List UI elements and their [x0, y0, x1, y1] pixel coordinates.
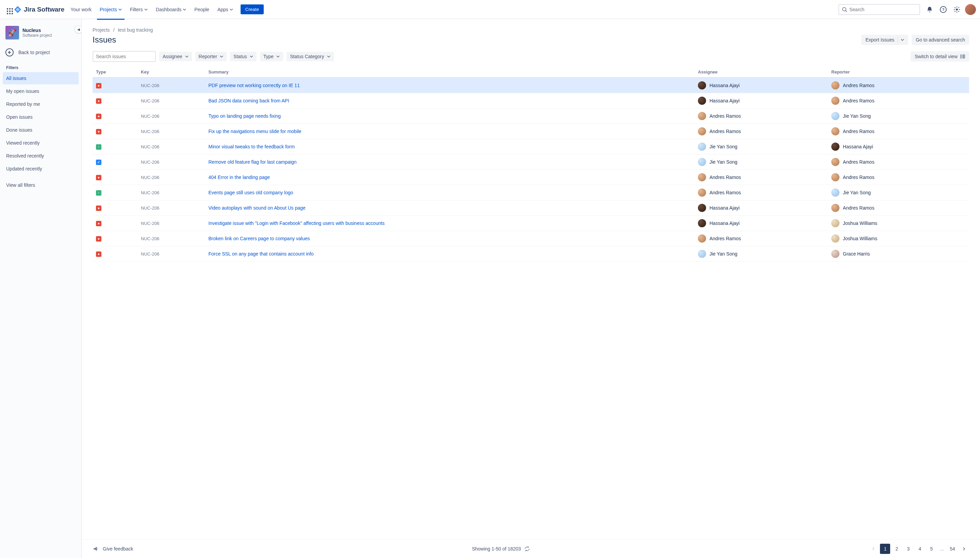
col-reporter[interactable]: Reporter [828, 67, 969, 77]
issue-summary-link[interactable]: Investigate issue with "Login with Faceb… [208, 220, 385, 226]
issue-key[interactable]: NUC-206 [138, 246, 205, 262]
filter-status[interactable]: Status [230, 52, 256, 61]
table-row[interactable]: ●NUC-206Fix up the navigations menu slid… [92, 124, 969, 139]
nav-filters[interactable]: Filters [126, 5, 151, 14]
app-switcher-icon[interactable] [4, 5, 12, 14]
profile-avatar[interactable] [965, 4, 976, 15]
reporter-cell[interactable]: Andres Ramos [831, 173, 966, 181]
global-search-input[interactable] [849, 7, 917, 12]
assignee-cell[interactable]: Hassana Ajayi [698, 204, 824, 212]
issue-summary-link[interactable]: Minor visual tweaks to the feedback form [208, 144, 295, 149]
filter-type[interactable]: Type [260, 52, 283, 61]
reporter-cell[interactable]: Jie Yan Song [831, 112, 966, 120]
issue-key[interactable]: NUC-206 [138, 185, 205, 200]
export-issues-button[interactable]: Export Issues [861, 35, 908, 45]
view-all-filters[interactable]: View all filters [3, 179, 79, 191]
nav-people[interactable]: People [191, 5, 213, 14]
issue-summary-link[interactable]: Remove old feature flag for last campaig… [208, 159, 297, 165]
reporter-cell[interactable]: Andres Ramos [831, 158, 966, 166]
sidebar-filter-item[interactable]: Open issues [3, 111, 79, 123]
nav-projects[interactable]: Projects [96, 5, 125, 14]
table-row[interactable]: ↑NUC-206Events page still uses old compa… [92, 185, 969, 200]
table-row[interactable]: ✓NUC-206Remove old feature flag for last… [92, 154, 969, 170]
page-next[interactable] [959, 544, 969, 554]
col-summary[interactable]: Summary [205, 67, 695, 77]
issue-key[interactable]: NUC-206 [138, 124, 205, 139]
table-row[interactable]: ●NUC-206Force SSL on any page that conta… [92, 246, 969, 262]
filter-status-category[interactable]: Status Category [287, 52, 333, 61]
sidebar-filter-item[interactable]: Resolved recently [3, 150, 79, 162]
reporter-cell[interactable]: Joshua Williams [831, 219, 966, 227]
assignee-cell[interactable]: Jie Yan Song [698, 250, 824, 258]
assignee-cell[interactable]: Jie Yan Song [698, 143, 824, 151]
create-button[interactable]: Create [241, 5, 264, 14]
assignee-cell[interactable]: Jie Yan Song [698, 158, 824, 166]
sidebar-filter-item[interactable]: Reported by me [3, 98, 79, 110]
page-last[interactable]: 54 [947, 544, 957, 554]
help-icon[interactable]: ? [938, 4, 949, 15]
refresh-icon[interactable] [524, 546, 530, 551]
issue-key[interactable]: NUC-206 [138, 200, 205, 216]
issue-summary-link[interactable]: Bad JSON data coming back from API [208, 98, 289, 103]
notifications-icon[interactable] [924, 4, 935, 15]
page-number[interactable]: 5 [926, 544, 936, 554]
reporter-cell[interactable]: Jie Yan Song [831, 189, 966, 197]
issue-summary-link[interactable]: Typo on landing page needs fixing [208, 113, 281, 119]
sidebar-filter-item[interactable]: Done issues [3, 124, 79, 136]
issue-key[interactable]: NUC-206 [138, 170, 205, 185]
reporter-cell[interactable]: Andres Ramos [831, 81, 966, 89]
table-row[interactable]: ●NUC-206404 Error in the landing pageAnd… [92, 170, 969, 185]
issue-summary-link[interactable]: PDF preview not working correctly on IE … [208, 83, 300, 88]
filter-reporter[interactable]: Reporter [195, 52, 227, 61]
page-number[interactable]: 3 [903, 544, 913, 554]
issue-summary-link[interactable]: Fix up the navigations menu slide for mo… [208, 129, 302, 134]
filter-assignee[interactable]: Assignee [159, 52, 192, 61]
col-type[interactable]: Type [92, 67, 138, 77]
issue-key[interactable]: NUC-206 [138, 108, 205, 124]
assignee-cell[interactable]: Hassana Ajayi [698, 219, 824, 227]
jira-logo[interactable]: Jira Software [14, 5, 64, 14]
table-row[interactable]: ●NUC-206Investigate issue with "Login wi… [92, 216, 969, 231]
breadcrumb-projects[interactable]: Projects [92, 27, 110, 33]
issue-summary-link[interactable]: Video autoplays with sound on About Us p… [208, 205, 305, 211]
assignee-cell[interactable]: Hassana Ajayi [698, 81, 824, 89]
issue-key[interactable]: NUC-206 [138, 231, 205, 246]
reporter-cell[interactable]: Andres Ramos [831, 127, 966, 135]
sidebar-filter-item[interactable]: Updated recently [3, 162, 79, 175]
advanced-search-button[interactable]: Go to advanced search [912, 35, 969, 45]
nav-dashboards[interactable]: Dashboards [153, 5, 190, 14]
breadcrumb-current[interactable]: test bug tracking [118, 27, 153, 33]
table-row[interactable]: ●NUC-206Bad JSON data coming back from A… [92, 93, 969, 108]
table-row[interactable]: ●NUC-206Broken link on Careers page to c… [92, 231, 969, 246]
sidebar-filter-item[interactable]: Viewed recently [3, 137, 79, 149]
issue-key[interactable]: NUC-206 [138, 154, 205, 170]
issue-key[interactable]: NUC-206 [138, 216, 205, 231]
assignee-cell[interactable]: Hassana Ajayi [698, 97, 824, 105]
col-key[interactable]: Key [138, 67, 205, 77]
page-number[interactable]: 2 [891, 544, 902, 554]
page-prev[interactable] [868, 544, 878, 554]
table-row[interactable]: ●NUC-206Video autoplays with sound on Ab… [92, 200, 969, 216]
issue-summary-link[interactable]: Force SSL on any page that contains acco… [208, 251, 314, 256]
switch-detail-view-button[interactable]: Switch to detail view [911, 51, 969, 62]
reporter-cell[interactable]: Grace Harris [831, 250, 966, 258]
table-row[interactable]: ●NUC-206PDF preview not working correctl… [92, 77, 969, 93]
sidebar-filter-item[interactable]: All issues [3, 72, 79, 84]
issue-summary-link[interactable]: Events page still uses old company logo [208, 190, 293, 195]
sidebar-collapse-icon[interactable]: ◀ [74, 25, 82, 33]
reporter-cell[interactable]: Andres Ramos [831, 97, 966, 105]
reporter-cell[interactable]: Hassana Ajayi [831, 143, 966, 151]
table-row[interactable]: ↑NUC-206Minor visual tweaks to the feedb… [92, 139, 969, 154]
settings-icon[interactable] [951, 4, 962, 15]
issue-key[interactable]: NUC-206 [138, 139, 205, 154]
issue-summary-link[interactable]: 404 Error in the landing page [208, 174, 270, 180]
col-assignee[interactable]: Assignee [694, 67, 828, 77]
issue-search[interactable] [92, 51, 156, 62]
assignee-cell[interactable]: Andres Ramos [698, 173, 824, 181]
issue-summary-link[interactable]: Broken link on Careers page to company v… [208, 236, 310, 241]
sidebar-filter-item[interactable]: My open issues [3, 85, 79, 97]
global-search[interactable] [839, 4, 920, 15]
nav-apps[interactable]: Apps [214, 5, 236, 14]
issue-key[interactable]: NUC-206 [138, 93, 205, 108]
assignee-cell[interactable]: Andres Ramos [698, 112, 824, 120]
